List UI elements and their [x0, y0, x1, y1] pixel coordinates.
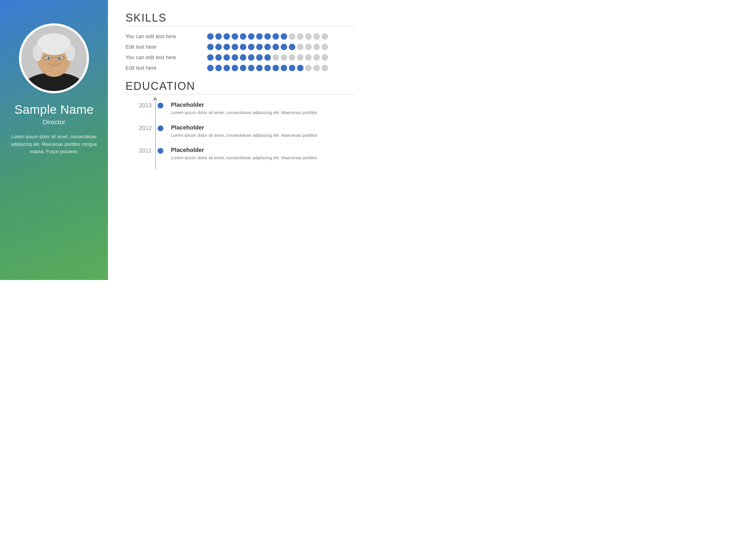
timeline-list: 2013PlaceholderLorem ipsum dolor sit ame…	[137, 102, 356, 169]
dot-empty	[289, 54, 295, 61]
dot-filled	[256, 54, 263, 61]
dot-filled	[256, 33, 263, 40]
skill-dots	[207, 33, 328, 40]
timeline-content: PlaceholderLorem ipsum dolor sit amet, c…	[166, 102, 356, 116]
dot-filled	[297, 65, 304, 71]
dot-empty	[305, 54, 312, 61]
timeline-item-desc: Lorem ipsum dolor sit amet, consectetuer…	[171, 155, 356, 161]
timeline-item: 2012PlaceholderLorem ipsum dolor sit ame…	[137, 124, 356, 139]
skill-label: Edit text here	[126, 44, 207, 50]
skills-list: You can edit text hereEdit text hereYou …	[126, 33, 356, 71]
dot-filled	[264, 54, 271, 61]
dot-empty	[297, 33, 304, 40]
timeline: 2013PlaceholderLorem ipsum dolor sit ame…	[126, 102, 356, 169]
person-bio: Lorem ipsum dolor sit amet, consectetuer…	[6, 133, 102, 156]
skill-row: You can edit text here	[126, 33, 356, 40]
dot-filled	[224, 44, 230, 50]
timeline-item-title: Placeholder	[171, 124, 356, 131]
dot-filled	[240, 65, 246, 71]
skills-divider	[126, 26, 356, 26]
education-section: EDUCATION 2013PlaceholderLorem ipsum dol…	[126, 80, 356, 169]
person-title: Director	[43, 118, 65, 126]
dot-filled	[281, 44, 287, 50]
timeline-year: 2011	[137, 147, 155, 154]
timeline-year: 2012	[137, 124, 155, 132]
dot-filled	[240, 44, 246, 50]
dot-filled	[256, 65, 263, 71]
dot-filled	[207, 33, 213, 40]
dot-filled	[215, 44, 222, 50]
dot-filled	[207, 44, 213, 50]
svg-point-11	[58, 57, 61, 59]
dot-empty	[321, 65, 328, 71]
dot-filled	[281, 65, 287, 71]
dot-filled	[240, 33, 246, 40]
dot-filled	[248, 33, 254, 40]
skill-label: Edit text here	[126, 65, 207, 71]
skill-dots	[207, 65, 328, 71]
timeline-dot-wrapper	[155, 102, 166, 108]
timeline-item-desc: Lorem ipsum dolor sit amet, consectetuer…	[171, 109, 356, 116]
dot-empty	[313, 44, 320, 50]
timeline-content: PlaceholderLorem ipsum dolor sit amet, c…	[166, 124, 356, 139]
timeline-dot-wrapper	[155, 147, 166, 154]
timeline-item-title: Placeholder	[171, 147, 356, 153]
right-panel: SKILLS You can edit text hereEdit text h…	[108, 0, 374, 280]
dot-empty	[305, 65, 312, 71]
dot-filled	[264, 33, 271, 40]
dot-filled	[215, 65, 222, 71]
dot-empty	[281, 54, 287, 61]
dot-empty	[321, 54, 328, 61]
dot-empty	[305, 44, 312, 50]
dot-empty	[321, 33, 328, 40]
timeline-item: 2013PlaceholderLorem ipsum dolor sit ame…	[137, 102, 356, 116]
timeline-item: 2011PlaceholderLorem ipsum dolor sit ame…	[137, 147, 356, 161]
timeline-dot	[158, 103, 163, 108]
dot-filled	[224, 65, 230, 71]
skill-row: Edit text here	[126, 65, 356, 71]
dot-filled	[281, 33, 287, 40]
svg-point-7	[66, 45, 75, 61]
dot-empty	[289, 33, 295, 40]
dot-empty	[313, 65, 320, 71]
dot-filled	[215, 33, 222, 40]
dot-empty	[297, 54, 304, 61]
skill-dots	[207, 44, 328, 50]
timeline-dot	[158, 126, 163, 131]
dot-filled	[273, 33, 279, 40]
dot-filled	[207, 65, 213, 71]
timeline-item-desc: Lorem ipsum dolor sit amet, consectetuer…	[171, 132, 356, 139]
skill-label: You can edit text here	[126, 55, 207, 61]
skill-dots	[207, 54, 328, 61]
dot-filled	[273, 44, 279, 50]
dot-filled	[224, 54, 230, 61]
skill-row: Edit text here	[126, 44, 356, 50]
dot-empty	[305, 33, 312, 40]
education-title: EDUCATION	[126, 80, 356, 92]
skills-title: SKILLS	[126, 12, 356, 24]
timeline-item-title: Placeholder	[171, 102, 356, 108]
dot-filled	[224, 33, 230, 40]
left-panel: Sample Name Director Lorem ipsum dolor s…	[0, 0, 108, 280]
timeline-arrow	[153, 96, 158, 100]
dot-filled	[232, 33, 238, 40]
svg-point-10	[47, 57, 50, 59]
skill-row: You can edit text here	[126, 54, 356, 61]
dot-filled	[273, 65, 279, 71]
dot-filled	[215, 54, 222, 61]
dot-filled	[232, 54, 238, 61]
dot-empty	[273, 54, 279, 61]
skill-label: You can edit text here	[126, 33, 207, 40]
avatar-photo	[21, 26, 87, 91]
dot-filled	[248, 65, 254, 71]
timeline-year: 2013	[137, 102, 155, 109]
skills-section: SKILLS You can edit text hereEdit text h…	[126, 12, 356, 71]
dot-filled	[232, 65, 238, 71]
dot-filled	[232, 44, 238, 50]
dot-filled	[289, 65, 295, 71]
dot-filled	[248, 44, 254, 50]
dot-filled	[264, 65, 271, 71]
svg-point-6	[33, 45, 43, 61]
dot-filled	[264, 44, 271, 50]
timeline-content: PlaceholderLorem ipsum dolor sit amet, c…	[166, 147, 356, 161]
